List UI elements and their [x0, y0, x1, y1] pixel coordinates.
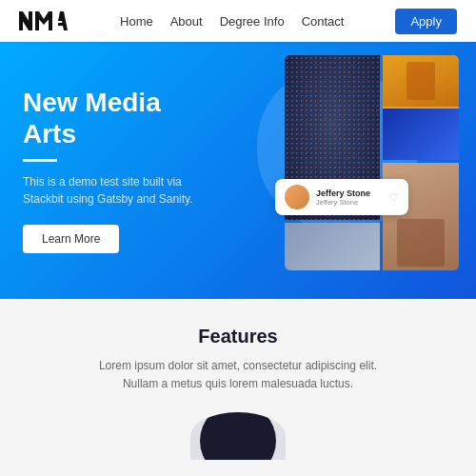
navbar: Home About Degree Info Contact Apply [0, 0, 476, 42]
nav-item-home[interactable]: Home [120, 12, 153, 30]
features-section: Features Lorem ipsum dolor sit amet, con… [0, 299, 476, 469]
hero-collage: Jeffery Stone Jeffery Stone ♡ [285, 55, 461, 265]
learn-more-button[interactable]: Learn More [23, 225, 119, 253]
heart-icon: ♡ [389, 191, 399, 204]
hero-subtitle: This is a demo test site built via Stack… [23, 173, 223, 208]
avatar [285, 185, 309, 209]
apply-button[interactable]: Apply [395, 9, 457, 34]
collage-grid [285, 55, 461, 270]
nav-item-about[interactable]: About [170, 12, 203, 30]
hero-content: New Media Arts This is a demo test site … [23, 88, 223, 252]
features-circle-inner [200, 412, 276, 460]
svg-rect-2 [29, 11, 32, 30]
card-sub: Jeffery Stone [316, 198, 383, 207]
features-title: Features [19, 326, 457, 347]
logo [19, 10, 69, 32]
collage-image-orange [383, 55, 459, 107]
logo-icon [19, 10, 69, 32]
features-description: Lorem ipsum dolor sit amet, consectetur … [95, 357, 381, 393]
nav-item-degree[interactable]: Degree Info [220, 12, 285, 30]
card-name: Jeffery Stone [316, 188, 383, 198]
hero-title: New Media Arts [23, 88, 223, 149]
features-bottom [19, 412, 457, 460]
features-circle-bg [190, 412, 286, 460]
nav-item-contact[interactable]: Contact [302, 12, 345, 30]
svg-marker-6 [56, 11, 68, 30]
hero-divider [23, 159, 57, 162]
svg-rect-5 [49, 11, 52, 30]
nav-links: Home About Degree Info Contact [120, 12, 344, 30]
collage-image-blue [383, 109, 459, 160]
svg-rect-7 [58, 23, 66, 26]
profile-card: Jeffery Stone Jeffery Stone ♡ [275, 179, 408, 215]
collage-top-right [383, 55, 459, 160]
card-info: Jeffery Stone Jeffery Stone [316, 188, 383, 207]
hero-section: New Media Arts This is a demo test site … [0, 42, 476, 299]
collage-image-bottom-left [285, 223, 380, 270]
